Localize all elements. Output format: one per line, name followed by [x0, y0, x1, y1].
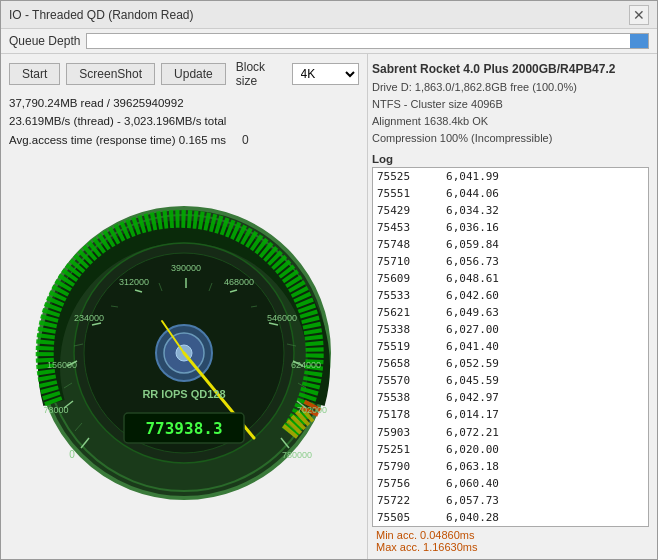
log-col-value: 6,056.73 [429, 253, 499, 270]
log-col-value: 6,048.61 [429, 270, 499, 287]
log-row: 756586,052.59 [373, 355, 648, 372]
log-col-value: 6,057.73 [429, 492, 499, 509]
log-row: 757486,059.84 [373, 236, 648, 253]
svg-text:780000: 780000 [282, 450, 312, 460]
drive-info-line4: Compression 100% (Incompressible) [372, 130, 649, 147]
log-col-iops: 75609 [377, 270, 429, 287]
gauge-svg: 0 78000 156000 234000 312000 390000 4680… [34, 203, 334, 503]
log-col-iops: 75756 [377, 475, 429, 492]
log-col-iops: 75658 [377, 355, 429, 372]
log-col-value: 6,042.97 [429, 389, 499, 406]
close-button[interactable]: ✕ [629, 5, 649, 25]
block-size-label: Block size [236, 60, 288, 88]
main-window: IO - Threaded QD (Random Read) ✕ Queue D… [0, 0, 658, 560]
svg-text:156000: 156000 [47, 360, 77, 370]
log-col-value: 6,060.40 [429, 475, 499, 492]
drive-info-line1: Drive D: 1,863.0/1,862.8GB free (100.0%) [372, 79, 649, 96]
log-row: 755516,044.06 [373, 185, 648, 202]
main-content: Start ScreenShot Update Block size 4K 8K… [1, 54, 657, 559]
log-content[interactable]: 755166,041.19755256,041.99755516,044.067… [372, 167, 649, 527]
log-col-iops: 75178 [377, 406, 429, 423]
log-row: 755056,040.28 [373, 509, 648, 526]
log-col-iops: 75453 [377, 219, 429, 236]
log-col-iops: 75505 [377, 509, 429, 526]
log-col-value: 6,059.84 [429, 236, 499, 253]
log-col-iops: 75551 [377, 185, 429, 202]
log-row: 756096,048.61 [373, 270, 648, 287]
log-col-iops: 75525 [377, 168, 429, 185]
svg-text:468000: 468000 [224, 277, 254, 287]
screenshot-button[interactable]: ScreenShot [66, 63, 155, 85]
stat-line2: 23.619MB/s (thread) - 3,023.196MB/s tota… [9, 112, 359, 130]
log-row: 755336,042.60 [373, 287, 648, 304]
svg-text:546000: 546000 [267, 313, 297, 323]
log-col-iops: 75748 [377, 236, 429, 253]
log-row: 755196,041.40 [373, 338, 648, 355]
log-col-value: 6,027.00 [429, 321, 499, 338]
start-button[interactable]: Start [9, 63, 60, 85]
log-min: Min acc. 0.04860ms [376, 529, 645, 541]
log-row: 757566,060.40 [373, 475, 648, 492]
right-panel: Sabrent Rocket 4.0 Plus 2000GB/R4PB47.2 … [367, 54, 657, 559]
log-row: 757106,056.73 [373, 253, 648, 270]
log-col-iops: 75722 [377, 492, 429, 509]
drive-info: Sabrent Rocket 4.0 Plus 2000GB/R4PB47.2 … [372, 60, 649, 147]
log-section: Log 755166,041.19755256,041.99755516,044… [372, 153, 649, 553]
buttons-row: Start ScreenShot Update Block size 4K 8K… [9, 60, 359, 88]
log-col-iops: 75710 [377, 253, 429, 270]
block-size-select[interactable]: 4K 8K 16K 32K 64K 128K 512K 1M [292, 63, 359, 85]
log-row: 751786,014.17 [373, 406, 648, 423]
window-title: IO - Threaded QD (Random Read) [9, 8, 194, 22]
log-col-value: 6,041.99 [429, 168, 499, 185]
queue-depth-fill [630, 34, 648, 48]
log-row: 755706,045.59 [373, 372, 648, 389]
log-col-value: 6,045.59 [429, 372, 499, 389]
svg-text:0: 0 [69, 449, 75, 460]
log-col-iops: 75251 [377, 441, 429, 458]
queue-depth-bar [86, 33, 649, 49]
stat-line3: Avg.access time (response time) 0.165 ms [9, 131, 226, 149]
svg-text:390000: 390000 [171, 263, 201, 273]
log-col-iops: 75538 [377, 389, 429, 406]
log-row: 757226,057.73 [373, 492, 648, 509]
zero-label: 0 [242, 131, 249, 150]
log-col-value: 6,020.00 [429, 441, 499, 458]
log-row: 757906,063.18 [373, 458, 648, 475]
log-row: 754296,034.32 [373, 202, 648, 219]
log-col-value: 6,063.18 [429, 458, 499, 475]
log-footer: Min acc. 0.04860ms Max acc. 1.16630ms [372, 527, 649, 553]
stats-panel: 37,790.24MB read / 39625940992 23.619MB/… [9, 94, 359, 150]
log-col-iops: 75429 [377, 202, 429, 219]
log-col-value: 6,041.40 [429, 338, 499, 355]
queue-depth-toolbar: Queue Depth [1, 29, 657, 54]
log-col-value: 6,072.21 [429, 424, 499, 441]
log-row: 756216,049.63 [373, 304, 648, 321]
stat-line1: 37,790.24MB read / 39625940992 [9, 94, 359, 112]
log-col-value: 6,049.63 [429, 304, 499, 321]
block-size-group: Block size 4K 8K 16K 32K 64K 128K 512K 1… [236, 60, 359, 88]
log-col-iops: 75570 [377, 372, 429, 389]
log-col-value: 6,034.32 [429, 202, 499, 219]
log-col-iops: 75338 [377, 321, 429, 338]
svg-text:773938.3: 773938.3 [145, 419, 222, 438]
log-col-iops: 75519 [377, 338, 429, 355]
svg-text:234000: 234000 [74, 313, 104, 323]
log-label: Log [372, 153, 649, 165]
left-panel: Start ScreenShot Update Block size 4K 8K… [1, 54, 367, 559]
log-row: 755256,041.99 [373, 168, 648, 185]
log-col-value: 6,044.06 [429, 185, 499, 202]
log-col-value: 6,040.28 [429, 509, 499, 526]
drive-info-line2: NTFS - Cluster size 4096B [372, 96, 649, 113]
log-col-value: 6,042.60 [429, 287, 499, 304]
log-col-iops: 75790 [377, 458, 429, 475]
log-col-value: 6,036.16 [429, 219, 499, 236]
log-row: 759036,072.21 [373, 424, 648, 441]
log-col-iops: 75903 [377, 424, 429, 441]
update-button[interactable]: Update [161, 63, 226, 85]
svg-text:312000: 312000 [119, 277, 149, 287]
drive-info-line3: Alignment 1638.4kb OK [372, 113, 649, 130]
log-col-iops: 75621 [377, 304, 429, 321]
log-row: 755386,042.97 [373, 389, 648, 406]
log-max: Max acc. 1.16630ms [376, 541, 645, 553]
log-row: 753386,027.00 [373, 321, 648, 338]
